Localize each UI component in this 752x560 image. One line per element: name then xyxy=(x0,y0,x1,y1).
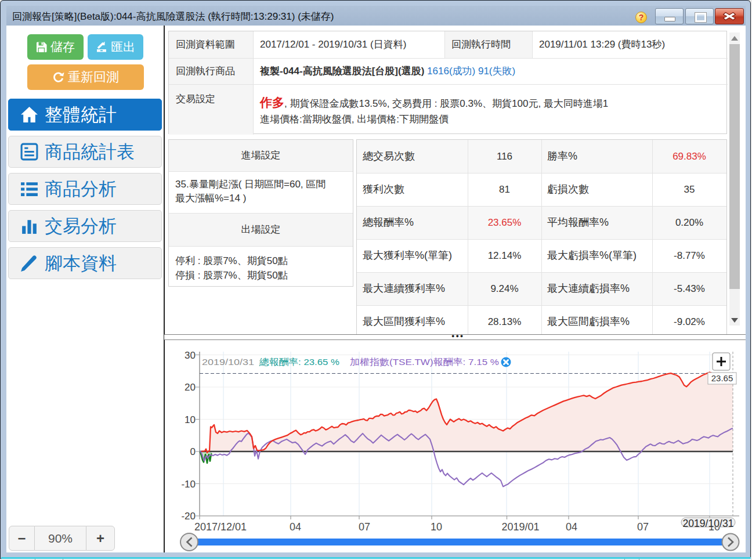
svg-text:2019/10/31: 2019/10/31 xyxy=(202,357,254,367)
svg-text:10: 10 xyxy=(185,414,196,425)
svg-text:-20: -20 xyxy=(181,511,196,522)
svg-text:04: 04 xyxy=(290,521,301,533)
svg-text:23.65: 23.65 xyxy=(711,373,733,383)
svg-text:-10: -10 xyxy=(181,479,196,490)
svg-text:04: 04 xyxy=(566,521,577,533)
svg-text:30: 30 xyxy=(185,350,196,361)
svg-text:總報酬率: 23.65 %: 總報酬率: 23.65 % xyxy=(259,357,339,367)
svg-text:2019/01: 2019/01 xyxy=(501,521,539,533)
svg-text:加權指數(TSE.TW)報酬率: 7.15 %: 加權指數(TSE.TW)報酬率: 7.15 % xyxy=(350,357,499,367)
svg-text:0: 0 xyxy=(190,446,196,457)
svg-text:10: 10 xyxy=(431,521,442,533)
svg-text:2019/10/31: 2019/10/31 xyxy=(683,518,734,529)
svg-text:07: 07 xyxy=(359,521,370,533)
svg-text:07: 07 xyxy=(637,521,649,533)
svg-text:20: 20 xyxy=(185,382,196,393)
svg-text:2017/12/01: 2017/12/01 xyxy=(194,521,247,533)
